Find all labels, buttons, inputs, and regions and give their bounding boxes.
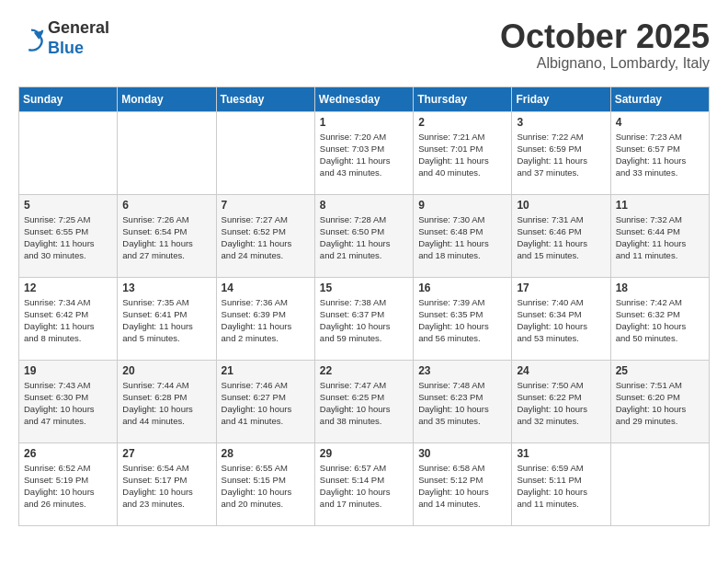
day-info: Sunrise: 7:48 AM Sunset: 6:23 PM Dayligh… <box>418 379 506 428</box>
logo-general: General <box>48 18 109 37</box>
weekday-header: Saturday <box>610 86 709 111</box>
calendar-cell: 24Sunrise: 7:50 AM Sunset: 6:22 PM Dayli… <box>512 360 610 442</box>
day-info: Sunrise: 7:32 AM Sunset: 6:44 PM Dayligh… <box>616 213 704 262</box>
day-number: 6 <box>122 199 210 212</box>
weekday-header: Wednesday <box>314 86 413 111</box>
calendar-cell: 23Sunrise: 7:48 AM Sunset: 6:23 PM Dayli… <box>414 360 512 442</box>
day-info: Sunrise: 7:46 AM Sunset: 6:27 PM Dayligh… <box>222 379 310 428</box>
day-number: 21 <box>222 364 310 377</box>
day-info: Sunrise: 7:26 AM Sunset: 6:54 PM Dayligh… <box>122 213 210 262</box>
day-info: Sunrise: 6:57 AM Sunset: 5:14 PM Dayligh… <box>320 462 408 511</box>
calendar-cell: 11Sunrise: 7:32 AM Sunset: 6:44 PM Dayli… <box>610 194 709 277</box>
calendar-week-row: 1Sunrise: 7:20 AM Sunset: 7:03 PM Daylig… <box>19 111 710 194</box>
calendar-cell <box>216 111 314 194</box>
day-info: Sunrise: 7:36 AM Sunset: 6:39 PM Dayligh… <box>222 296 310 345</box>
day-info: Sunrise: 7:38 AM Sunset: 6:37 PM Dayligh… <box>320 296 408 345</box>
location: Albignano, Lombardy, Italy <box>500 55 710 72</box>
day-info: Sunrise: 7:43 AM Sunset: 6:30 PM Dayligh… <box>24 379 112 428</box>
day-info: Sunrise: 7:40 AM Sunset: 6:34 PM Dayligh… <box>517 296 605 345</box>
calendar-cell: 20Sunrise: 7:44 AM Sunset: 6:28 PM Dayli… <box>118 360 216 442</box>
calendar-cell: 12Sunrise: 7:34 AM Sunset: 6:42 PM Dayli… <box>19 277 118 360</box>
day-info: Sunrise: 7:28 AM Sunset: 6:50 PM Dayligh… <box>320 213 408 262</box>
calendar-cell: 19Sunrise: 7:43 AM Sunset: 6:30 PM Dayli… <box>19 360 118 442</box>
day-number: 11 <box>616 199 704 212</box>
day-number: 16 <box>418 282 506 294</box>
day-info: Sunrise: 7:22 AM Sunset: 6:59 PM Dayligh… <box>517 131 605 179</box>
calendar-cell: 29Sunrise: 6:57 AM Sunset: 5:14 PM Dayli… <box>314 442 413 525</box>
weekday-header: Tuesday <box>216 86 314 111</box>
calendar-cell: 13Sunrise: 7:35 AM Sunset: 6:41 PM Dayli… <box>118 277 216 360</box>
day-info: Sunrise: 7:21 AM Sunset: 7:01 PM Dayligh… <box>418 131 506 179</box>
calendar-cell: 28Sunrise: 6:55 AM Sunset: 5:15 PM Dayli… <box>216 442 314 525</box>
weekday-header: Monday <box>118 86 216 111</box>
page-header: General Blue October 2025 Albignano, Lom… <box>18 18 710 72</box>
day-info: Sunrise: 7:39 AM Sunset: 6:35 PM Dayligh… <box>418 296 506 345</box>
day-info: Sunrise: 7:42 AM Sunset: 6:32 PM Dayligh… <box>616 296 704 345</box>
day-info: Sunrise: 7:31 AM Sunset: 6:46 PM Dayligh… <box>517 213 605 262</box>
day-number: 8 <box>320 199 408 212</box>
day-number: 17 <box>517 282 605 294</box>
day-number: 19 <box>24 364 112 377</box>
weekday-header-row: SundayMondayTuesdayWednesdayThursdayFrid… <box>19 86 710 111</box>
day-number: 3 <box>517 116 605 129</box>
logo-icon <box>18 26 44 52</box>
month-title: October 2025 <box>500 18 710 55</box>
day-info: Sunrise: 6:52 AM Sunset: 5:19 PM Dayligh… <box>24 462 112 511</box>
day-number: 9 <box>418 199 506 212</box>
weekday-header: Thursday <box>414 86 512 111</box>
calendar-cell: 17Sunrise: 7:40 AM Sunset: 6:34 PM Dayli… <box>512 277 610 360</box>
calendar-cell: 31Sunrise: 6:59 AM Sunset: 5:11 PM Dayli… <box>512 442 610 525</box>
calendar-cell <box>610 442 709 525</box>
day-info: Sunrise: 6:58 AM Sunset: 5:12 PM Dayligh… <box>418 462 506 511</box>
calendar-cell: 16Sunrise: 7:39 AM Sunset: 6:35 PM Dayli… <box>414 277 512 360</box>
day-number: 15 <box>320 282 408 294</box>
day-number: 24 <box>517 364 605 377</box>
day-number: 27 <box>122 447 210 460</box>
day-info: Sunrise: 7:34 AM Sunset: 6:42 PM Dayligh… <box>24 296 112 345</box>
day-info: Sunrise: 7:47 AM Sunset: 6:25 PM Dayligh… <box>320 379 408 428</box>
calendar-cell: 2Sunrise: 7:21 AM Sunset: 7:01 PM Daylig… <box>414 111 512 194</box>
calendar-cell: 18Sunrise: 7:42 AM Sunset: 6:32 PM Dayli… <box>610 277 709 360</box>
logo-text: General Blue <box>48 18 109 58</box>
logo: General Blue <box>18 18 109 58</box>
calendar-cell: 6Sunrise: 7:26 AM Sunset: 6:54 PM Daylig… <box>118 194 216 277</box>
day-info: Sunrise: 7:20 AM Sunset: 7:03 PM Dayligh… <box>320 131 408 179</box>
calendar-cell: 15Sunrise: 7:38 AM Sunset: 6:37 PM Dayli… <box>314 277 413 360</box>
day-number: 31 <box>517 447 605 460</box>
calendar-week-row: 19Sunrise: 7:43 AM Sunset: 6:30 PM Dayli… <box>19 360 710 442</box>
calendar-cell: 30Sunrise: 6:58 AM Sunset: 5:12 PM Dayli… <box>414 442 512 525</box>
calendar-cell: 1Sunrise: 7:20 AM Sunset: 7:03 PM Daylig… <box>314 111 413 194</box>
day-number: 10 <box>517 199 605 212</box>
calendar-week-row: 5Sunrise: 7:25 AM Sunset: 6:55 PM Daylig… <box>19 194 710 277</box>
day-number: 4 <box>616 116 704 129</box>
day-number: 30 <box>418 447 506 460</box>
weekday-header: Friday <box>512 86 610 111</box>
day-number: 5 <box>24 199 112 212</box>
calendar-week-row: 26Sunrise: 6:52 AM Sunset: 5:19 PM Dayli… <box>19 442 710 525</box>
calendar-cell <box>118 111 216 194</box>
day-number: 14 <box>222 282 310 294</box>
calendar-cell: 9Sunrise: 7:30 AM Sunset: 6:48 PM Daylig… <box>414 194 512 277</box>
weekday-header: Sunday <box>19 86 118 111</box>
calendar-cell: 5Sunrise: 7:25 AM Sunset: 6:55 PM Daylig… <box>19 194 118 277</box>
calendar-cell: 14Sunrise: 7:36 AM Sunset: 6:39 PM Dayli… <box>216 277 314 360</box>
day-number: 18 <box>616 282 704 294</box>
calendar-cell: 7Sunrise: 7:27 AM Sunset: 6:52 PM Daylig… <box>216 194 314 277</box>
day-number: 23 <box>418 364 506 377</box>
day-number: 22 <box>320 364 408 377</box>
day-info: Sunrise: 6:55 AM Sunset: 5:15 PM Dayligh… <box>222 462 310 511</box>
day-info: Sunrise: 7:35 AM Sunset: 6:41 PM Dayligh… <box>122 296 210 345</box>
day-number: 1 <box>320 116 408 129</box>
calendar-week-row: 12Sunrise: 7:34 AM Sunset: 6:42 PM Dayli… <box>19 277 710 360</box>
calendar-cell: 4Sunrise: 7:23 AM Sunset: 6:57 PM Daylig… <box>610 111 709 194</box>
day-number: 12 <box>24 282 112 294</box>
day-info: Sunrise: 7:30 AM Sunset: 6:48 PM Dayligh… <box>418 213 506 262</box>
day-info: Sunrise: 7:51 AM Sunset: 6:20 PM Dayligh… <box>616 379 704 428</box>
day-number: 7 <box>222 199 310 212</box>
day-number: 28 <box>222 447 310 460</box>
day-info: Sunrise: 7:50 AM Sunset: 6:22 PM Dayligh… <box>517 379 605 428</box>
calendar-cell: 26Sunrise: 6:52 AM Sunset: 5:19 PM Dayli… <box>19 442 118 525</box>
day-number: 13 <box>122 282 210 294</box>
title-block: October 2025 Albignano, Lombardy, Italy <box>500 18 710 72</box>
day-info: Sunrise: 6:59 AM Sunset: 5:11 PM Dayligh… <box>517 462 605 511</box>
